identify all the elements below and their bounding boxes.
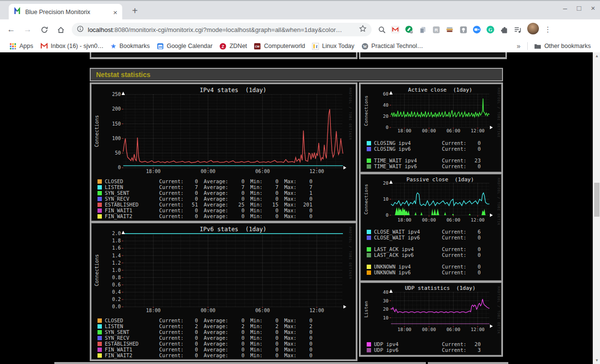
zdnet-icon: Z bbox=[219, 43, 227, 50]
bookmark-item-inbox-16-sjvn0[interactable]: Inbox (16) - sjvn0… bbox=[37, 42, 107, 50]
stat-value-current: 0 bbox=[469, 246, 481, 252]
bookmark-label: ZDNet bbox=[229, 43, 247, 49]
bookmark-item-zdnet[interactable]: ZZDNet bbox=[216, 42, 250, 51]
svg-text:06:00: 06:00 bbox=[255, 308, 270, 313]
legend-row-close-wait-ipv4: CLOSE_WAIT ipv4Current:6 bbox=[367, 229, 501, 235]
bookmark-label: Apps bbox=[19, 43, 33, 49]
r-extension-icon[interactable]: R bbox=[432, 25, 440, 34]
window-close-icon[interactable]: × bbox=[591, 4, 595, 12]
stat-label-average: Average: bbox=[204, 213, 233, 219]
stat-label-current: Current: bbox=[159, 352, 186, 358]
stat-label-max: Max: bbox=[284, 184, 301, 190]
charts-column-left: 18:0000:0006:0012:00050100150200250IPv4 … bbox=[90, 82, 357, 361]
linuxtoday-icon: t bbox=[312, 43, 319, 50]
stat-value-max: 0 bbox=[301, 352, 312, 358]
back-icon[interactable]: ← bbox=[5, 23, 17, 36]
page-scrollbar[interactable]: ▲ ▼ bbox=[593, 52, 600, 364]
hangouts-icon[interactable]: ? bbox=[405, 25, 413, 34]
maximize-icon[interactable]: □ bbox=[577, 4, 581, 12]
new-tab-button[interactable]: + bbox=[129, 5, 141, 16]
legend-series-name: SYN_RECV bbox=[105, 196, 159, 202]
bookmark-item-practical-technol[interactable]: WPractical Technol… bbox=[358, 42, 427, 51]
svg-text:18:00: 18:00 bbox=[397, 128, 411, 133]
video-camera-icon[interactable] bbox=[472, 25, 481, 34]
stat-value-min: 0 bbox=[267, 178, 278, 184]
page-info-icon[interactable] bbox=[77, 25, 84, 34]
stat-value-average: 7 bbox=[233, 184, 244, 190]
grammarly-icon[interactable]: G bbox=[486, 25, 495, 34]
legend-series-name: CLOSE_WAIT ipv4 bbox=[374, 229, 442, 235]
stat-value-average: 0 bbox=[233, 329, 244, 335]
legend-swatch bbox=[97, 203, 102, 207]
other-bookmarks-button[interactable]: Other bookmarks bbox=[531, 42, 594, 50]
legend-row-syn-sent: SYN_SENTCurrent:0Average:0Min:0Max:1 bbox=[97, 190, 356, 196]
browser-menu-icon[interactable]: ⋮ bbox=[544, 25, 551, 34]
svg-text:12:00: 12:00 bbox=[309, 169, 324, 174]
svg-text:250: 250 bbox=[112, 92, 121, 97]
passive-close-graph: 18:0000:0006:0012:0001020Passive close (… bbox=[362, 175, 501, 226]
browser-tab[interactable]: Blue Precision Monitorix × bbox=[9, 4, 122, 20]
stat-value-min: 0 bbox=[267, 317, 278, 323]
stat-label-current: Current: bbox=[442, 264, 469, 269]
passive-close-legend: CLOSE_WAIT ipv4Current:6CLOSE_WAIT ipv6C… bbox=[367, 229, 501, 275]
scrollbar-thumb[interactable] bbox=[594, 183, 600, 217]
stat-label-max: Max: bbox=[284, 178, 301, 184]
svg-text:100: 100 bbox=[112, 136, 121, 141]
bookmark-item-linux-today[interactable]: tLinux Today bbox=[308, 42, 358, 51]
stat-value-max: 7 bbox=[301, 184, 312, 190]
passive-close-panel: 18:0000:0006:0012:0001020Passive close (… bbox=[360, 174, 502, 281]
legend-swatch bbox=[97, 185, 102, 190]
active-close-panel: 18:0000:0006:0012:000204060Active close … bbox=[360, 84, 502, 172]
legend-swatch bbox=[97, 324, 102, 329]
books-stack-icon[interactable] bbox=[445, 25, 454, 34]
stat-value-current: 3 bbox=[469, 347, 481, 353]
address-bar[interactable]: localhost:8080/monitorix-cgi/monitorix.c… bbox=[72, 23, 372, 36]
ipv6-states-graph: 18:0000:0006:0012:000.00.20.40.60.81.01.… bbox=[93, 224, 356, 315]
legend-series-name: CLOSED bbox=[105, 317, 159, 323]
puzzle-extensions-icon[interactable] bbox=[500, 25, 508, 34]
url-text[interactable]: localhost:8080/monitorix-cgi/monitorix.c… bbox=[88, 26, 359, 33]
bookmark-item-bookmarks[interactable]: ★Bookmarks bbox=[107, 42, 153, 50]
tab-close-icon[interactable]: × bbox=[113, 8, 117, 16]
svg-text:10: 10 bbox=[383, 196, 389, 202]
scrollbar-up-icon[interactable]: ▲ bbox=[593, 52, 600, 60]
stat-label-max: Max: bbox=[284, 352, 301, 358]
legend-swatch bbox=[97, 318, 102, 323]
forward-icon[interactable]: → bbox=[21, 23, 34, 36]
legend-series-name: LAST_ACK ipv4 bbox=[374, 246, 442, 252]
minimize-icon[interactable]: – bbox=[563, 4, 567, 12]
svg-text:1.4: 1.4 bbox=[112, 253, 121, 258]
bookmarks-overflow-icon[interactable]: » bbox=[513, 42, 524, 50]
profile-avatar[interactable] bbox=[527, 22, 539, 37]
bookmark-label: Google Calendar bbox=[167, 43, 213, 49]
folder-icon bbox=[534, 43, 541, 49]
playlist-icon[interactable] bbox=[513, 25, 522, 34]
lamp-icon[interactable] bbox=[459, 25, 468, 34]
stat-label-current: Current: bbox=[159, 347, 186, 352]
stat-value-min: 0 bbox=[267, 341, 278, 347]
stat-label-min: Min: bbox=[250, 347, 267, 352]
bookmark-star-icon[interactable] bbox=[359, 25, 367, 34]
svg-text:0.0: 0.0 bbox=[112, 304, 121, 309]
home-icon[interactable] bbox=[54, 23, 67, 36]
copy-pages-icon[interactable] bbox=[418, 25, 427, 34]
stat-label-max: Max: bbox=[284, 317, 301, 323]
scrollbar-down-icon[interactable]: ▼ bbox=[593, 357, 600, 364]
legend-row-last-ack-ipv4: LAST_ACK ipv4Current:0 bbox=[367, 246, 501, 252]
previous-section-box-bottom bbox=[359, 52, 507, 59]
svg-text:18:00: 18:00 bbox=[146, 169, 161, 174]
svg-text:0.2: 0.2 bbox=[112, 297, 121, 302]
reload-icon[interactable] bbox=[38, 23, 50, 36]
bookmark-item-apps[interactable]: Apps bbox=[6, 42, 37, 51]
search-icon[interactable] bbox=[377, 25, 386, 34]
stat-value-min: 0 bbox=[267, 196, 278, 202]
legend-swatch bbox=[367, 247, 371, 252]
svg-text:00:00: 00:00 bbox=[201, 169, 215, 174]
section-header: Netstat statistics bbox=[90, 68, 503, 81]
stat-value-current: 0 bbox=[469, 140, 481, 146]
bookmark-item-google-calendar[interactable]: 28Google Calendar bbox=[153, 42, 216, 51]
gmail-icon[interactable] bbox=[391, 25, 400, 34]
stat-label-average: Average: bbox=[204, 329, 233, 335]
bookmark-item-computerworld[interactable]: CWComputerworld bbox=[250, 42, 308, 51]
legend-swatch bbox=[97, 208, 102, 213]
